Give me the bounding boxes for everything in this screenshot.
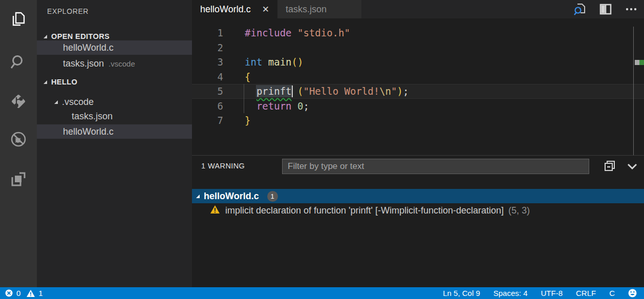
twistie-expanded-icon: [196, 195, 200, 198]
warning-count: 1: [38, 289, 42, 297]
debug-icon[interactable]: [0, 127, 37, 152]
overview-word-marker: [635, 60, 639, 65]
indent-guide: [244, 99, 244, 114]
feedback-smiley-icon[interactable]: [628, 289, 637, 297]
problem-location: (5, 3): [508, 205, 530, 216]
text-cursor: [292, 86, 293, 97]
source-control-icon[interactable]: [0, 89, 37, 114]
code-line-current: 5 prinft ("Hello World!\n");: [192, 84, 644, 99]
twistie-expanded-icon: [44, 80, 47, 84]
code-editor[interactable]: 1 #include "stdio.h" 2 3 int main() 4 { …: [192, 18, 644, 155]
more-actions-icon[interactable]: [624, 2, 639, 17]
error-count: 0: [16, 289, 20, 297]
language-mode[interactable]: C: [609, 289, 615, 297]
chevron-down-icon[interactable]: [625, 158, 640, 174]
problems-warning-row[interactable]: implicit declaration of function 'prinft…: [192, 203, 644, 218]
problem-count-badge: 1: [267, 191, 278, 202]
find-in-file-icon[interactable]: [572, 2, 588, 17]
folder-hello-header[interactable]: HELLO: [37, 75, 192, 89]
code-line: 1 #include "stdio.h": [192, 26, 644, 40]
problems-summary: 1 WARNING: [201, 162, 245, 170]
code-line: 2: [192, 40, 644, 55]
tab-tasks-json[interactable]: tasks.json: [277, 0, 361, 18]
close-tab-icon[interactable]: ✕: [262, 4, 269, 15]
status-bar: 0 1 Ln 5, Col 9 Spaces: 4 UTF-8 CRLF C: [0, 287, 644, 299]
tree-item-helloworld-c[interactable]: helloWorld.c: [37, 124, 192, 139]
explorer-icon[interactable]: [0, 7, 37, 32]
warning-icon: [210, 205, 220, 216]
editor-region: helloWorld.c ✕ tasks.json: [192, 0, 644, 287]
tree-item-vscode-folder[interactable]: .vscode: [37, 95, 192, 109]
problems-panel: 1 WARNING helloWorld.c 1: [192, 155, 644, 287]
problems-file-row[interactable]: helloWorld.c 1: [192, 189, 644, 203]
search-icon[interactable]: [0, 50, 37, 75]
sidebar-title: EXPLORER: [47, 7, 89, 15]
warning-icon: [27, 290, 35, 297]
error-icon: [5, 289, 13, 297]
tree-item-tasks-json[interactable]: tasks.json: [37, 109, 192, 123]
split-editor-icon[interactable]: [598, 2, 613, 17]
explorer-sidebar: EXPLORER OPEN EDITORS helloWorld.c tasks…: [37, 0, 192, 287]
code-line: 6 return 0;: [192, 99, 644, 114]
warning-squiggle-token: prinft: [256, 86, 292, 97]
vscode-window: EXPLORER OPEN EDITORS helloWorld.c tasks…: [0, 0, 644, 299]
extensions-icon[interactable]: [0, 167, 37, 191]
cursor-position[interactable]: Ln 5, Col 9: [443, 289, 480, 297]
scrollbar-ruler[interactable]: [633, 27, 634, 155]
open-editor-tasks[interactable]: tasks.json .vscode: [37, 56, 192, 71]
problems-status-button[interactable]: 0 1: [0, 289, 43, 297]
overview-warning-marker: [639, 60, 644, 65]
encoding-setting[interactable]: UTF-8: [541, 289, 563, 297]
code-line: 3 int main(): [192, 55, 644, 70]
activity-bar: [0, 0, 37, 287]
open-editor-helloworld[interactable]: helloWorld.c: [37, 40, 192, 55]
twistie-expanded-icon: [54, 100, 58, 104]
editor-actions: [572, 0, 639, 18]
file-path-detail: .vscode: [109, 59, 135, 68]
indentation-setting[interactable]: Spaces: 4: [493, 289, 528, 297]
code-line: 7 }: [192, 113, 644, 128]
tab-bar: helloWorld.c ✕ tasks.json: [192, 0, 644, 18]
problems-filter-input[interactable]: [282, 159, 589, 174]
code-line: 4 {: [192, 70, 644, 84]
indent-guide: [244, 84, 244, 99]
collapse-all-icon[interactable]: [602, 158, 617, 174]
problems-panel-header: 1 WARNING: [192, 156, 644, 177]
tab-helloworld-c[interactable]: helloWorld.c ✕: [192, 0, 277, 18]
eol-setting[interactable]: CRLF: [576, 289, 596, 297]
twistie-expanded-icon: [44, 35, 47, 38]
